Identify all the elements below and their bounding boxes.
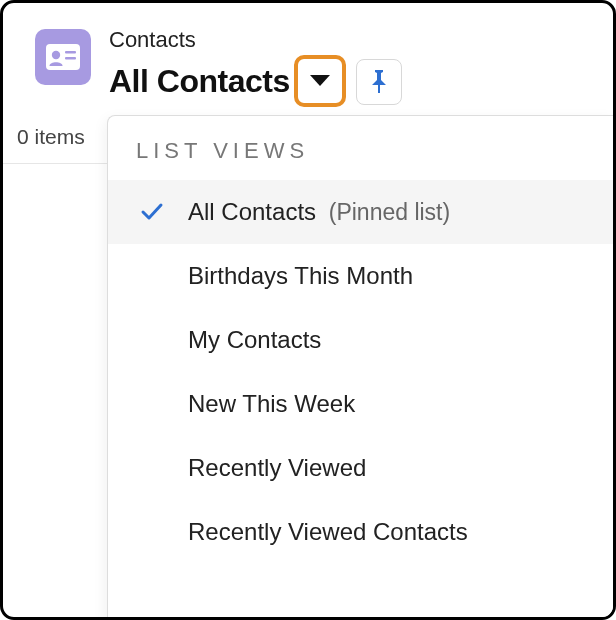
list-view-option[interactable]: Recently Viewed bbox=[108, 436, 615, 500]
option-label: New This Week bbox=[188, 390, 355, 418]
list-view-option[interactable]: All Contacts (Pinned list) bbox=[108, 180, 615, 244]
object-label: Contacts bbox=[109, 27, 402, 53]
pin-list-button[interactable] bbox=[356, 59, 402, 105]
svg-point-1 bbox=[52, 51, 60, 59]
list-view-option[interactable]: New This Week bbox=[108, 372, 615, 436]
option-label: Recently Viewed bbox=[188, 454, 366, 482]
option-label: My Contacts bbox=[188, 326, 321, 354]
chevron-down-icon bbox=[308, 73, 332, 89]
page-header: Contacts All Contacts bbox=[3, 3, 613, 107]
list-view-switcher-button[interactable] bbox=[294, 55, 346, 107]
svg-rect-4 bbox=[378, 85, 380, 93]
list-view-title[interactable]: All Contacts bbox=[109, 63, 290, 100]
option-label: Birthdays This Month bbox=[188, 262, 413, 290]
dropdown-section-header: LIST VIEWS bbox=[108, 116, 615, 180]
list-view-option[interactable]: Birthdays This Month bbox=[108, 244, 615, 308]
option-label: Recently Viewed Contacts bbox=[188, 518, 468, 546]
list-view-option[interactable]: My Contacts bbox=[108, 308, 615, 372]
list-view-option[interactable]: Recently Viewed Contacts bbox=[108, 500, 615, 564]
svg-rect-3 bbox=[65, 57, 76, 60]
svg-rect-2 bbox=[65, 51, 76, 54]
option-label: All Contacts bbox=[188, 198, 316, 225]
check-icon bbox=[138, 202, 166, 222]
pin-icon bbox=[369, 70, 389, 94]
list-view-dropdown: LIST VIEWS All Contacts (Pinned list) Bi… bbox=[107, 115, 615, 619]
contact-card-icon bbox=[35, 29, 91, 85]
option-suffix: (Pinned list) bbox=[329, 199, 450, 225]
